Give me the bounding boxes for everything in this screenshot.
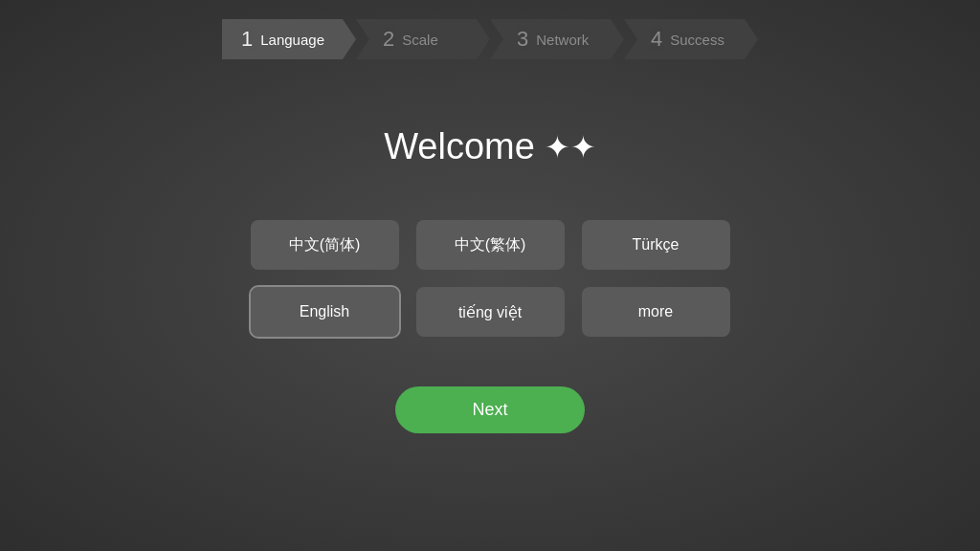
step-label-success: Success xyxy=(670,32,724,48)
step-label-language: Language xyxy=(260,32,324,48)
page-title: Welcome ✦✦ xyxy=(384,126,596,167)
step-language[interactable]: 1 Language xyxy=(222,19,356,59)
stepper: 1 Language 2 Scale 3 Network 4 Success xyxy=(222,19,758,59)
step-success[interactable]: 4 Success xyxy=(624,19,758,59)
step-number-4: 4 xyxy=(651,27,662,52)
lang-btn-zh-simplified[interactable]: 中文(简体) xyxy=(251,220,399,270)
welcome-section: Welcome ✦✦ 中文(简体) 中文(繁体) Türkçe English … xyxy=(251,126,730,337)
step-network[interactable]: 3 Network xyxy=(490,19,624,59)
step-number-2: 2 xyxy=(383,27,394,52)
step-label-scale: Scale xyxy=(402,32,438,48)
sparkle-icon: ✦✦ xyxy=(545,129,596,165)
step-scale[interactable]: 2 Scale xyxy=(356,19,490,59)
lang-btn-zh-traditional[interactable]: 中文(繁体) xyxy=(416,220,565,270)
step-number-3: 3 xyxy=(517,27,528,52)
welcome-text: Welcome xyxy=(384,126,535,167)
lang-btn-tieng-viet[interactable]: tiếng việt xyxy=(416,287,565,337)
language-grid: 中文(简体) 中文(繁体) Türkçe English tiếng việt … xyxy=(251,220,730,337)
lang-btn-more[interactable]: more xyxy=(582,287,730,337)
lang-btn-english[interactable]: English xyxy=(251,287,399,337)
next-button[interactable]: Next xyxy=(395,386,584,433)
lang-btn-turkce[interactable]: Türkçe xyxy=(582,220,730,270)
step-label-network: Network xyxy=(536,32,589,48)
step-number-1: 1 xyxy=(241,27,253,52)
